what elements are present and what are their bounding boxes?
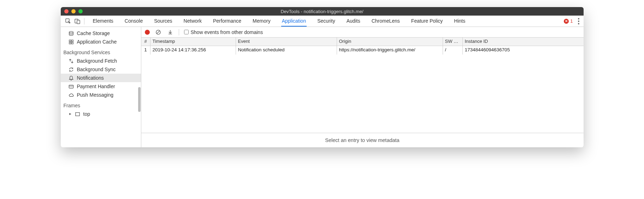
sync-icon: [69, 67, 74, 72]
cloud-icon: [69, 92, 74, 98]
sidebar-item-push-messaging[interactable]: Push Messaging: [61, 91, 141, 99]
tab-console[interactable]: Console: [124, 16, 143, 27]
tab-performance[interactable]: Performance: [212, 16, 242, 27]
card-icon: [69, 84, 74, 89]
sidebar-item-label: Background Fetch: [77, 58, 117, 64]
expand-triangle-icon[interactable]: [69, 111, 72, 117]
svg-rect-5: [71, 40, 73, 41]
cell-instance: 17348446094636705: [463, 46, 584, 55]
device-toggle-icon[interactable]: [73, 17, 82, 26]
svg-point-3: [69, 31, 73, 33]
sidebar-group-background-services: Background Services: [61, 46, 141, 57]
table-row[interactable]: 12019-10-24 14:17:36.256Notification sch…: [141, 46, 584, 55]
show-other-domains-input[interactable]: [184, 30, 189, 34]
svg-rect-8: [69, 85, 73, 88]
sidebar-item-label: Notifications: [77, 75, 104, 81]
fetch-icon: [69, 58, 74, 64]
tab-feature-policy[interactable]: Feature Policy: [410, 16, 443, 27]
tab-chromelens[interactable]: ChromeLens: [371, 16, 401, 27]
cell-event: Notification scheduled: [236, 46, 337, 55]
sidebar-item-application-cache[interactable]: Application Cache: [61, 38, 141, 46]
sidebar-item-label: Application Cache: [77, 39, 117, 45]
svg-rect-7: [71, 42, 73, 44]
record-button[interactable]: [145, 30, 150, 35]
col-timestamp[interactable]: Timestamp: [150, 38, 236, 46]
devtools-window: DevTools - notification-triggers.glitch.…: [61, 7, 584, 147]
main-panel: Show events from other domains # Timesta…: [141, 27, 584, 147]
sidebar-item-label: Payment Handler: [77, 84, 115, 89]
sidebar-item-notifications[interactable]: Notifications: [61, 74, 141, 82]
svg-rect-6: [69, 42, 71, 44]
cell-timestamp: 2019-10-24 14:17:36.256: [150, 46, 236, 55]
svg-rect-10: [76, 112, 79, 115]
maximize-window-button[interactable]: [78, 9, 83, 13]
divider: [84, 18, 84, 24]
cell-num: 1: [141, 46, 150, 55]
events-toolbar: Show events from other domains: [141, 27, 584, 38]
sidebar-group-frames: Frames: [61, 99, 141, 110]
minimize-window-button[interactable]: [71, 9, 76, 13]
clear-button[interactable]: [155, 29, 162, 36]
show-other-domains-checkbox[interactable]: Show events from other domains: [184, 29, 263, 35]
metadata-placeholder: Select an entry to view metadata: [141, 133, 584, 147]
svg-rect-2: [77, 20, 80, 24]
show-other-domains-label: Show events from other domains: [191, 29, 263, 35]
sidebar-item-cache-storage[interactable]: Cache Storage: [61, 29, 141, 38]
inspect-element-icon[interactable]: [64, 17, 73, 26]
frame-icon: [75, 111, 81, 117]
error-count: 1: [570, 18, 573, 24]
col-origin[interactable]: Origin: [337, 38, 443, 46]
titlebar: DevTools - notification-triggers.glitch.…: [61, 7, 584, 16]
tab-application[interactable]: Application: [281, 16, 307, 27]
grid-icon: [69, 39, 74, 45]
main-tabbar: ElementsConsoleSourcesNetworkPerformance…: [61, 16, 584, 27]
application-sidebar: Cache StorageApplication Cache Backgroun…: [61, 27, 141, 147]
sidebar-item-background-sync[interactable]: Background Sync: [61, 65, 141, 74]
tab-elements[interactable]: Elements: [92, 16, 114, 27]
events-table-header: # Timestamp Event Origin SW … Instance I…: [141, 38, 584, 46]
tab-network[interactable]: Network: [183, 16, 202, 27]
panel-body: Cache StorageApplication Cache Backgroun…: [61, 27, 584, 147]
sidebar-item-label: top: [83, 111, 90, 117]
sidebar-item-label: Cache Storage: [77, 30, 110, 36]
sidebar-item-payment-handler[interactable]: Payment Handler: [61, 82, 141, 91]
divider: [179, 29, 179, 35]
tab-security[interactable]: Security: [317, 16, 336, 27]
svg-line-12: [156, 30, 159, 33]
sidebar-scrollbar-thumb[interactable]: [138, 87, 141, 112]
col-sw[interactable]: SW …: [443, 38, 463, 46]
col-num[interactable]: #: [141, 38, 150, 46]
panel-tabs: ElementsConsoleSourcesNetworkPerformance…: [92, 16, 466, 27]
close-window-button[interactable]: [64, 9, 69, 13]
window-title: DevTools - notification-triggers.glitch.…: [280, 9, 363, 14]
more-menu-button[interactable]: [577, 17, 581, 26]
cell-sw: /: [443, 46, 463, 55]
col-event[interactable]: Event: [236, 38, 337, 46]
tab-memory[interactable]: Memory: [252, 16, 271, 27]
download-button[interactable]: [167, 29, 174, 36]
sidebar-item-label: Background Sync: [77, 67, 116, 72]
sidebar-item-label: Push Messaging: [77, 92, 114, 98]
error-badge[interactable]: ✕ 1: [564, 18, 573, 24]
tab-hints[interactable]: Hints: [453, 16, 466, 27]
traffic-lights: [64, 9, 83, 13]
error-icon: ✕: [564, 19, 569, 24]
sidebar-item-top[interactable]: top: [61, 110, 141, 118]
tab-sources[interactable]: Sources: [153, 16, 173, 27]
events-table-body: 12019-10-24 14:17:36.256Notification sch…: [141, 46, 584, 133]
bell-icon: [69, 75, 74, 81]
sidebar-item-background-fetch[interactable]: Background Fetch: [61, 57, 141, 65]
col-instance[interactable]: Instance ID: [463, 38, 584, 46]
svg-rect-4: [69, 40, 71, 41]
tab-audits[interactable]: Audits: [346, 16, 361, 27]
cell-origin: https://notification-triggers.glitch.me/: [337, 46, 443, 55]
db-icon: [69, 30, 74, 36]
